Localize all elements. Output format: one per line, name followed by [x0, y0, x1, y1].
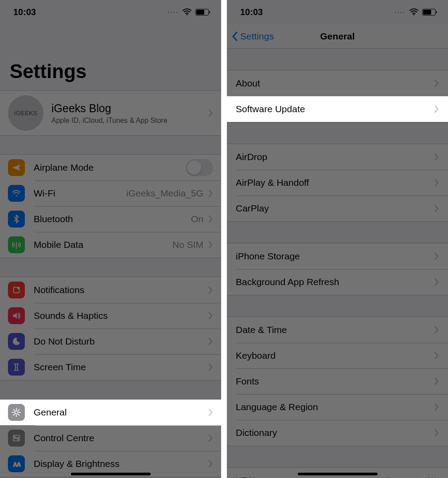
airdrop-row[interactable]: AirDrop: [227, 144, 448, 170]
mobile-label: Mobile Data: [34, 239, 172, 250]
storage-group: iPhone Storage Background App Refresh: [227, 243, 448, 295]
chevron-right-icon: [208, 434, 213, 442]
home-indicator[interactable]: [71, 473, 151, 475]
airplane-mode-row[interactable]: Airplane Mode: [0, 155, 221, 180]
storage-label: iPhone Storage: [236, 251, 434, 262]
airplane-toggle[interactable]: [186, 159, 213, 176]
sounds-row[interactable]: Sounds & Haptics: [0, 303, 221, 329]
keyboard-row[interactable]: Keyboard: [227, 343, 448, 368]
cellular-dots-icon: ····: [394, 8, 405, 16]
sounds-label: Sounds & Haptics: [34, 310, 208, 321]
chevron-right-icon: [434, 204, 439, 212]
connectivity-group: Airplane Mode Wi-Fi iGeeks_Media_5G Blue…: [0, 154, 221, 258]
control-label: Control Centre: [34, 433, 208, 443]
battery-icon: [422, 9, 436, 16]
chevron-right-icon: [434, 278, 439, 286]
carplay-label: CarPlay: [236, 203, 434, 214]
chevron-right-icon: [208, 312, 213, 320]
about-label: About: [236, 78, 434, 89]
chevron-right-icon: [208, 408, 213, 416]
general-screen: 10:03 ···· Settings General About So: [227, 0, 448, 478]
switches-icon: [8, 430, 25, 447]
wifi-value: iGeeks_Media_5G: [126, 188, 203, 199]
svg-point-1: [16, 195, 17, 196]
display-label: Display & Brightness: [34, 458, 208, 469]
gear-icon: [8, 404, 25, 421]
profile-subtitle: Apple ID, iCloud, iTunes & App Store: [51, 117, 208, 125]
system-group: General Control Centre AA Display & Brig…: [0, 399, 221, 477]
chevron-right-icon: [208, 460, 213, 468]
chevron-right-icon: [208, 337, 213, 345]
svg-point-0: [187, 14, 188, 16]
mobile-data-row[interactable]: Mobile Data No SIM: [0, 232, 221, 258]
avatar: iGEEKS: [8, 95, 43, 131]
svg-point-7: [14, 436, 16, 438]
profile-group: iGEEKS iGeeks Blog Apple ID, iCloud, iTu…: [0, 90, 221, 136]
svg-point-4: [15, 411, 18, 414]
chevron-right-icon: [208, 241, 213, 249]
storage-row[interactable]: iPhone Storage: [227, 243, 448, 269]
general-row[interactable]: General: [0, 400, 221, 425]
airplane-icon: [8, 159, 25, 176]
software-update-row[interactable]: Software Update: [227, 96, 448, 122]
notifications-icon: [8, 282, 25, 298]
about-row[interactable]: About: [227, 71, 448, 96]
back-button[interactable]: Settings: [227, 31, 274, 42]
mobile-value: No SIM: [172, 239, 203, 250]
wifi-icon: [409, 8, 419, 16]
chevron-right-icon: [434, 79, 439, 87]
antenna-icon: [8, 236, 25, 253]
screentime-row[interactable]: Screen Time: [0, 354, 221, 380]
dnd-row[interactable]: Do Not Disturb: [0, 329, 221, 354]
status-indicators: ····: [168, 8, 209, 16]
language-label: Language & Region: [236, 402, 434, 412]
chevron-right-icon: [434, 179, 439, 187]
background-refresh-row[interactable]: Background App Refresh: [227, 269, 448, 295]
vpn-value: Not Connected: [367, 475, 429, 478]
chevron-right-icon: [208, 215, 213, 223]
dictionary-row[interactable]: Dictionary: [227, 420, 448, 446]
svg-point-10: [413, 14, 415, 16]
bluetooth-value: On: [191, 214, 203, 224]
keyboard-label: Keyboard: [236, 350, 434, 361]
airplay-label: AirPlay & Handoff: [236, 177, 434, 188]
chevron-right-icon: [434, 105, 439, 113]
wifi-icon: [182, 8, 192, 16]
chevron-right-icon: [208, 286, 213, 294]
date-time-row[interactable]: Date & Time: [227, 317, 448, 343]
notifications-row[interactable]: Notifications: [0, 277, 221, 303]
wifi-row[interactable]: Wi-Fi iGeeks_Media_5G: [0, 180, 221, 206]
airplay-row[interactable]: AirPlay & Handoff: [227, 170, 448, 196]
bluetooth-label: Bluetooth: [34, 214, 191, 224]
wifi-label: Wi-Fi: [34, 188, 126, 199]
status-bar: 10:03 ····: [227, 0, 448, 24]
bluetooth-row[interactable]: Bluetooth On: [0, 206, 221, 232]
vpn-label: VPN: [236, 475, 367, 478]
nav-bar: Settings General: [227, 24, 448, 49]
about-group: About Software Update: [227, 70, 448, 122]
home-indicator[interactable]: [298, 473, 378, 475]
profile-text: iGeeks Blog Apple ID, iCloud, iTunes & A…: [51, 102, 208, 125]
general-label: General: [34, 407, 208, 418]
software-update-label: Software Update: [236, 104, 434, 114]
status-bar: 10:03 ····: [0, 0, 221, 24]
speaker-icon: [8, 307, 25, 324]
apple-id-row[interactable]: iGEEKS iGeeks Blog Apple ID, iCloud, iTu…: [0, 91, 221, 135]
cellular-dots-icon: ····: [168, 8, 179, 16]
page-title: Settings: [0, 24, 221, 90]
hourglass-icon: [8, 359, 25, 376]
fonts-row[interactable]: Fonts: [227, 368, 448, 394]
locale-group: Date & Time Keyboard Fonts Language & Re…: [227, 317, 448, 446]
airdrop-label: AirDrop: [236, 152, 434, 162]
carplay-row[interactable]: CarPlay: [227, 196, 448, 221]
svg-text:AA: AA: [13, 462, 21, 468]
airdrop-group: AirDrop AirPlay & Handoff CarPlay: [227, 144, 448, 222]
back-label: Settings: [240, 31, 274, 42]
control-centre-row[interactable]: Control Centre: [0, 425, 221, 451]
airplane-label: Airplane Mode: [34, 162, 186, 173]
chevron-right-icon: [434, 153, 439, 161]
language-row[interactable]: Language & Region: [227, 394, 448, 420]
chevron-right-icon: [208, 109, 213, 117]
svg-point-8: [17, 439, 19, 441]
chevron-right-icon: [434, 352, 439, 360]
